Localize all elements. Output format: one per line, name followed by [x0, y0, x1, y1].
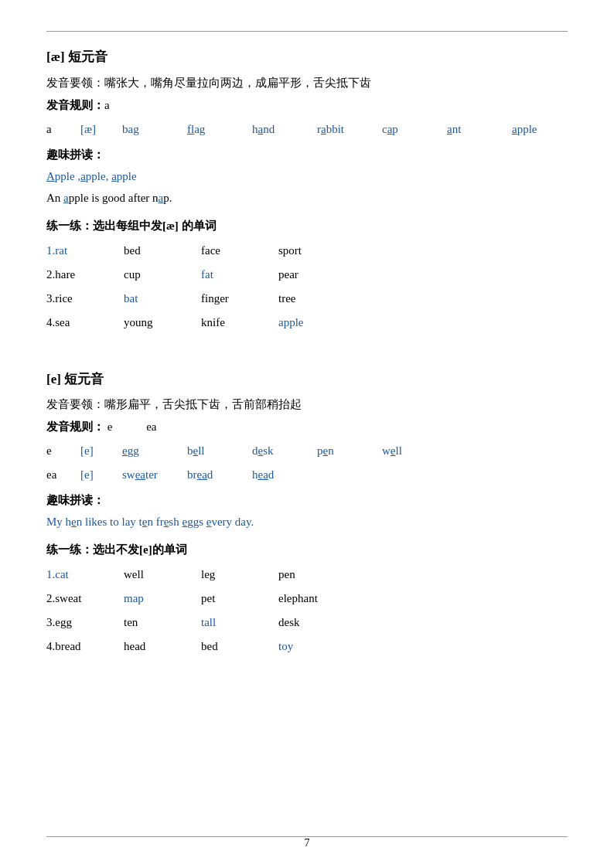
page-number: 7 [0, 833, 614, 853]
ae-p1-1: 1.rat [46, 240, 124, 262]
e-rules-ea: ea [146, 420, 156, 433]
e-p3-3: tall [201, 611, 278, 634]
e-symbol1: [e] [80, 441, 104, 461]
ae-p1-4: sport [278, 240, 356, 262]
e-p1-1: 1.cat [46, 563, 124, 586]
ae-fun-line2: An apple is good after nap. [46, 187, 568, 209]
ae-word-flag: flag [187, 119, 234, 140]
e-word-bread: bread [187, 465, 234, 485]
e-p2-3: pet [201, 587, 278, 610]
section-ae-title: [æ] 短元音 [46, 46, 568, 70]
ae-p4-2: young [124, 311, 201, 334]
ae-p2-3: fat [201, 264, 278, 286]
ae-word-apple: apple [512, 119, 558, 140]
ae-practice-title: 练一练：选出每组中发[æ] 的单词 [46, 216, 568, 237]
ae-fun-label: 趣味拼读： [46, 148, 104, 161]
ae-p1-2: bed [124, 240, 201, 262]
ae-p2-2: cup [124, 264, 201, 286]
rules-value-ae: a [104, 99, 110, 111]
section-e-title: [e] 短元音 [46, 368, 568, 392]
e-p1-3: leg [201, 563, 278, 586]
ae-word-cap: cap [382, 119, 428, 140]
e-p3-4: desk [278, 611, 356, 634]
section-ae-desc: 发音要领：嘴张大，嘴角尽量拉向两边，成扁平形，舌尖抵下齿 [46, 73, 568, 94]
ae-word-ant: ant [447, 119, 493, 140]
ae-fun-section: 趣味拼读： Apple ,apple, apple An apple is go… [46, 145, 568, 209]
e-p4-4: toy [278, 635, 356, 658]
e-p2-2: map [124, 587, 201, 610]
e-p4-3: bed [201, 635, 278, 658]
ae-p4-3: knife [201, 311, 278, 334]
top-border [46, 31, 568, 32]
ae-p3-1: 3.rice [46, 288, 124, 310]
section-separator [46, 349, 568, 357]
e-p3-2: ten [124, 611, 201, 634]
e-word-bell: bell [187, 441, 234, 461]
ae-p4-1: 4.sea [46, 311, 124, 334]
e-rules-e: e [107, 420, 113, 433]
ae-p1-3: face [201, 240, 278, 262]
e-p1-2: well [124, 563, 201, 586]
e-word-well: well [382, 441, 428, 461]
e-fun-label: 趣味拼读： [46, 494, 104, 506]
ae-p2-1: 2.hare [46, 264, 124, 286]
ae-p3-3: finger [201, 288, 278, 310]
e-prefix2: ea [46, 465, 62, 485]
ae-p3-2: bat [124, 288, 201, 310]
e-p4-2: head [124, 635, 201, 658]
e-word-pen: pen [317, 441, 363, 461]
rules-label: 发音规则： [46, 99, 104, 111]
ae-word-hand: hand [252, 119, 298, 140]
section-e: [e] 短元音 发音要领：嘴形扁平，舌尖抵下齿，舌前部稍抬起 发音规则： e e… [46, 368, 568, 658]
section-ae: [æ] 短元音 发音要领：嘴张大，嘴角尽量拉向两边，成扁平形，舌尖抵下齿 发音规… [46, 46, 568, 334]
ae-p2-4: pear [278, 264, 356, 286]
e-p3-1: 3.egg [46, 611, 124, 634]
e-word-desk: desk [252, 441, 298, 461]
ae-word-rabbit: rabbit [317, 119, 363, 140]
e-phonics-row2: ea [e] sweater bread head [46, 465, 568, 485]
ae-p3-4: tree [278, 288, 356, 310]
e-p1-4: pen [278, 563, 356, 586]
e-fun-line1: My hen likes to lay ten fresh eggs every… [46, 511, 568, 533]
ae-word-bag: bag [122, 119, 169, 140]
ae-prefix: a [46, 119, 62, 140]
ae-p4-4: apple [278, 311, 356, 334]
e-phonics-row1: e [e] egg bell desk pen well [46, 441, 568, 461]
e-prefix1: e [46, 441, 62, 461]
section-e-desc: 发音要领：嘴形扁平，舌尖抵下齿，舌前部稍抬起 [46, 394, 568, 415]
e-p4-1: 4.bread [46, 635, 124, 658]
section-e-rules: 发音规则： e ea [46, 417, 568, 437]
e-p2-1: 2.sweat [46, 587, 124, 610]
ae-symbol: [æ] [80, 119, 104, 140]
e-p2-4: elephant [278, 587, 356, 610]
section-ae-rules: 发音规则：a [46, 95, 568, 116]
e-practice-title: 练一练：选出不发[e]的单词 [46, 540, 568, 560]
ae-practice-grid: 1.rat bed face sport 2.hare cup fat pear… [46, 240, 568, 334]
e-practice-grid: 1.cat well leg pen 2.sweat map pet eleph… [46, 563, 568, 658]
ae-fun-line1: Apple ,apple, apple [46, 165, 568, 188]
e-rules-label: 发音规则： [46, 420, 104, 433]
e-fun-section: 趣味拼读： My hen likes to lay ten fresh eggs… [46, 490, 568, 533]
e-symbol2: [e] [80, 465, 104, 485]
ae-phonics-row: a [æ] bag flag hand rabbit cap ant apple [46, 119, 568, 140]
e-word-sweater: sweater [122, 465, 169, 485]
e-word-head: head [252, 465, 298, 485]
e-word-egg: egg [122, 441, 169, 461]
